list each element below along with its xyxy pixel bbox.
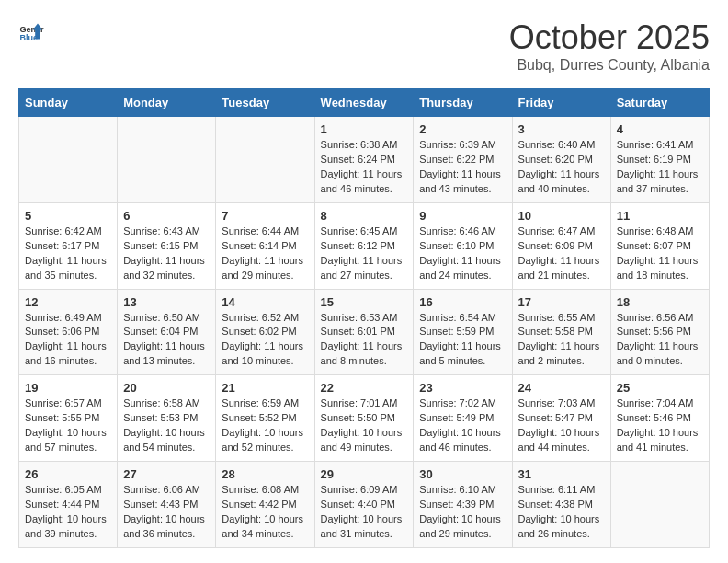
day-number: 6	[123, 209, 210, 223]
table-row: 11Sunrise: 6:48 AM Sunset: 6:07 PM Dayli…	[610, 202, 709, 289]
calendar-week-row: 5Sunrise: 6:42 AM Sunset: 6:17 PM Daylig…	[19, 202, 710, 289]
calendar-week-row: 26Sunrise: 6:05 AM Sunset: 4:44 PM Dayli…	[19, 462, 710, 548]
table-row: 25Sunrise: 7:04 AM Sunset: 5:46 PM Dayli…	[610, 375, 709, 462]
table-row: 18Sunrise: 6:56 AM Sunset: 5:56 PM Dayli…	[610, 289, 709, 375]
table-row: 28Sunrise: 6:08 AM Sunset: 4:42 PM Dayli…	[216, 462, 314, 548]
table-row	[610, 462, 709, 548]
table-row: 9Sunrise: 6:46 AM Sunset: 6:10 PM Daylig…	[414, 202, 512, 289]
day-info: Sunrise: 6:53 AM Sunset: 6:01 PM Dayligh…	[321, 311, 408, 370]
day-number: 14	[222, 295, 308, 309]
day-number: 13	[123, 295, 210, 309]
day-info: Sunrise: 6:50 AM Sunset: 6:04 PM Dayligh…	[123, 311, 210, 370]
day-info: Sunrise: 6:56 AM Sunset: 5:56 PM Dayligh…	[617, 311, 703, 370]
day-number: 17	[518, 295, 605, 309]
day-info: Sunrise: 7:02 AM Sunset: 5:49 PM Dayligh…	[419, 396, 506, 455]
table-row: 8Sunrise: 6:45 AM Sunset: 6:12 PM Daylig…	[314, 202, 414, 289]
day-number: 30	[419, 467, 506, 481]
day-info: Sunrise: 6:44 AM Sunset: 6:14 PM Dayligh…	[222, 224, 308, 283]
day-number: 18	[617, 295, 703, 309]
day-number: 31	[518, 467, 605, 481]
day-info: Sunrise: 6:05 AM Sunset: 4:44 PM Dayligh…	[25, 483, 111, 542]
table-row: 31Sunrise: 6:11 AM Sunset: 4:38 PM Dayli…	[512, 462, 610, 548]
day-info: Sunrise: 6:10 AM Sunset: 4:39 PM Dayligh…	[419, 483, 506, 542]
day-number: 15	[321, 295, 408, 309]
table-row: 15Sunrise: 6:53 AM Sunset: 6:01 PM Dayli…	[314, 289, 414, 375]
day-number: 3	[518, 122, 605, 136]
day-info: Sunrise: 7:04 AM Sunset: 5:46 PM Dayligh…	[617, 396, 703, 455]
table-row	[19, 117, 118, 203]
title-area: October 2025 Bubq, Durres County, Albani…	[509, 18, 710, 74]
day-info: Sunrise: 6:54 AM Sunset: 5:59 PM Dayligh…	[419, 311, 506, 370]
month-title: October 2025	[509, 18, 710, 57]
col-sunday: Sunday	[19, 89, 118, 117]
table-row: 14Sunrise: 6:52 AM Sunset: 6:02 PM Dayli…	[216, 289, 314, 375]
table-row: 10Sunrise: 6:47 AM Sunset: 6:09 PM Dayli…	[512, 202, 610, 289]
day-info: Sunrise: 6:59 AM Sunset: 5:52 PM Dayligh…	[222, 396, 308, 455]
table-row	[118, 117, 216, 203]
day-info: Sunrise: 6:39 AM Sunset: 6:22 PM Dayligh…	[419, 138, 506, 197]
svg-text:Blue: Blue	[19, 33, 38, 42]
day-number: 22	[321, 381, 408, 395]
day-number: 23	[419, 381, 506, 395]
table-row: 30Sunrise: 6:10 AM Sunset: 4:39 PM Dayli…	[414, 462, 512, 548]
day-number: 12	[25, 295, 111, 309]
calendar-table: Sunday Monday Tuesday Wednesday Thursday…	[18, 88, 710, 548]
location-subtitle: Bubq, Durres County, Albania	[509, 57, 710, 74]
day-info: Sunrise: 6:46 AM Sunset: 6:10 PM Dayligh…	[419, 224, 506, 283]
table-row: 26Sunrise: 6:05 AM Sunset: 4:44 PM Dayli…	[19, 462, 118, 548]
logo: General Blue	[18, 18, 44, 44]
day-number: 21	[222, 381, 308, 395]
calendar-week-row: 19Sunrise: 6:57 AM Sunset: 5:55 PM Dayli…	[19, 375, 710, 462]
day-number: 2	[419, 122, 506, 136]
day-number: 16	[419, 295, 506, 309]
table-row: 1Sunrise: 6:38 AM Sunset: 6:24 PM Daylig…	[314, 117, 414, 203]
table-row: 4Sunrise: 6:41 AM Sunset: 6:19 PM Daylig…	[610, 117, 709, 203]
table-row: 12Sunrise: 6:49 AM Sunset: 6:06 PM Dayli…	[19, 289, 118, 375]
table-row: 13Sunrise: 6:50 AM Sunset: 6:04 PM Dayli…	[118, 289, 216, 375]
day-info: Sunrise: 6:11 AM Sunset: 4:38 PM Dayligh…	[518, 483, 605, 542]
day-number: 11	[617, 209, 703, 223]
day-info: Sunrise: 6:38 AM Sunset: 6:24 PM Dayligh…	[321, 138, 408, 197]
col-thursday: Thursday	[414, 89, 512, 117]
calendar-week-row: 1Sunrise: 6:38 AM Sunset: 6:24 PM Daylig…	[19, 117, 710, 203]
day-info: Sunrise: 6:08 AM Sunset: 4:42 PM Dayligh…	[222, 483, 308, 542]
day-info: Sunrise: 6:58 AM Sunset: 5:53 PM Dayligh…	[123, 396, 210, 455]
day-number: 10	[518, 209, 605, 223]
table-row: 22Sunrise: 7:01 AM Sunset: 5:50 PM Dayli…	[314, 375, 414, 462]
day-info: Sunrise: 6:57 AM Sunset: 5:55 PM Dayligh…	[25, 396, 111, 455]
day-number: 29	[321, 467, 408, 481]
day-info: Sunrise: 6:06 AM Sunset: 4:43 PM Dayligh…	[123, 483, 210, 542]
table-row: 2Sunrise: 6:39 AM Sunset: 6:22 PM Daylig…	[414, 117, 512, 203]
day-number: 7	[222, 209, 308, 223]
day-info: Sunrise: 7:01 AM Sunset: 5:50 PM Dayligh…	[321, 396, 408, 455]
table-row: 3Sunrise: 6:40 AM Sunset: 6:20 PM Daylig…	[512, 117, 610, 203]
day-info: Sunrise: 6:41 AM Sunset: 6:19 PM Dayligh…	[617, 138, 703, 197]
table-row: 29Sunrise: 6:09 AM Sunset: 4:40 PM Dayli…	[314, 462, 414, 548]
day-number: 1	[321, 122, 408, 136]
table-row: 7Sunrise: 6:44 AM Sunset: 6:14 PM Daylig…	[216, 202, 314, 289]
table-row: 19Sunrise: 6:57 AM Sunset: 5:55 PM Dayli…	[19, 375, 118, 462]
day-info: Sunrise: 6:40 AM Sunset: 6:20 PM Dayligh…	[518, 138, 605, 197]
day-info: Sunrise: 7:03 AM Sunset: 5:47 PM Dayligh…	[518, 396, 605, 455]
calendar-header-row: Sunday Monday Tuesday Wednesday Thursday…	[19, 89, 710, 117]
day-number: 28	[222, 467, 308, 481]
table-row: 24Sunrise: 7:03 AM Sunset: 5:47 PM Dayli…	[512, 375, 610, 462]
day-number: 26	[25, 467, 111, 481]
day-number: 5	[25, 209, 111, 223]
table-row: 20Sunrise: 6:58 AM Sunset: 5:53 PM Dayli…	[118, 375, 216, 462]
day-info: Sunrise: 6:55 AM Sunset: 5:58 PM Dayligh…	[518, 311, 605, 370]
day-info: Sunrise: 6:09 AM Sunset: 4:40 PM Dayligh…	[321, 483, 408, 542]
day-info: Sunrise: 6:43 AM Sunset: 6:15 PM Dayligh…	[123, 224, 210, 283]
table-row: 23Sunrise: 7:02 AM Sunset: 5:49 PM Dayli…	[414, 375, 512, 462]
day-number: 9	[419, 209, 506, 223]
logo-icon: General Blue	[18, 18, 44, 44]
header: General Blue October 2025 Bubq, Durres C…	[18, 18, 710, 74]
table-row: 5Sunrise: 6:42 AM Sunset: 6:17 PM Daylig…	[19, 202, 118, 289]
table-row: 16Sunrise: 6:54 AM Sunset: 5:59 PM Dayli…	[414, 289, 512, 375]
day-info: Sunrise: 6:42 AM Sunset: 6:17 PM Dayligh…	[25, 224, 111, 283]
day-number: 20	[123, 381, 210, 395]
table-row: 6Sunrise: 6:43 AM Sunset: 6:15 PM Daylig…	[118, 202, 216, 289]
col-friday: Friday	[512, 89, 610, 117]
day-info: Sunrise: 6:52 AM Sunset: 6:02 PM Dayligh…	[222, 311, 308, 370]
col-monday: Monday	[118, 89, 216, 117]
